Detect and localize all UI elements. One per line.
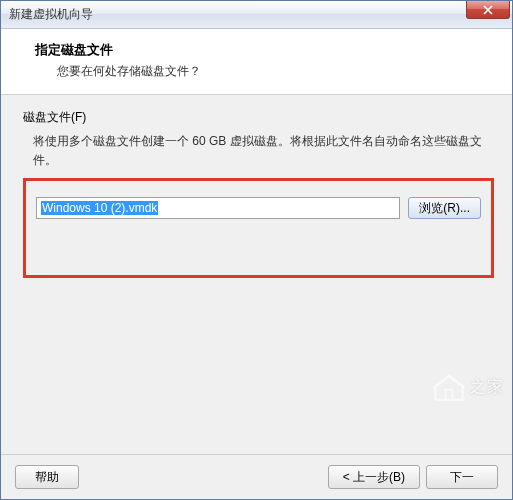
watermark: 之家 xyxy=(432,372,504,402)
help-button[interactable]: 帮助 xyxy=(15,465,79,489)
disk-file-description: 将使用多个磁盘文件创建一个 60 GB 虚拟磁盘。将根据此文件名自动命名这些磁盘… xyxy=(33,132,494,170)
wizard-window: 新建虚拟机向导 指定磁盘文件 您要在何处存储磁盘文件？ 磁盘文件(F) 将使用多… xyxy=(0,0,513,500)
wizard-footer: 帮助 < 上一步(B) 下一 xyxy=(1,454,512,499)
next-button[interactable]: 下一 xyxy=(426,465,498,489)
window-title: 新建虚拟机向导 xyxy=(9,6,93,23)
page-subtitle: 您要在何处存储磁盘文件？ xyxy=(57,63,496,80)
back-button[interactable]: < 上一步(B) xyxy=(328,465,420,489)
page-title: 指定磁盘文件 xyxy=(35,41,496,59)
svg-rect-0 xyxy=(446,390,453,400)
watermark-text: 之家 xyxy=(470,377,504,398)
wizard-content: 磁盘文件(F) 将使用多个磁盘文件创建一个 60 GB 虚拟磁盘。将根据此文件名… xyxy=(1,95,512,454)
close-icon xyxy=(483,5,493,15)
wizard-header: 指定磁盘文件 您要在何处存储磁盘文件？ xyxy=(1,29,512,95)
watermark-house-icon xyxy=(432,372,466,402)
file-input-row: Windows 10 (2).vmdk 浏览(R)... xyxy=(36,197,481,219)
titlebar: 新建虚拟机向导 xyxy=(1,1,512,29)
highlighted-region: Windows 10 (2).vmdk 浏览(R)... xyxy=(23,178,494,278)
close-button[interactable] xyxy=(466,1,510,19)
browse-button[interactable]: 浏览(R)... xyxy=(408,197,481,219)
selected-text: Windows 10 (2).vmdk xyxy=(41,201,158,215)
disk-file-input[interactable]: Windows 10 (2).vmdk xyxy=(36,197,400,219)
disk-file-label: 磁盘文件(F) xyxy=(23,109,494,126)
